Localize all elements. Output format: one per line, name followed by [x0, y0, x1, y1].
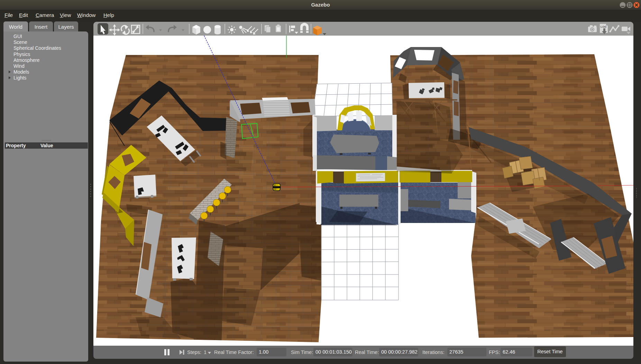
svg-text:LOG: LOG — [601, 25, 606, 28]
